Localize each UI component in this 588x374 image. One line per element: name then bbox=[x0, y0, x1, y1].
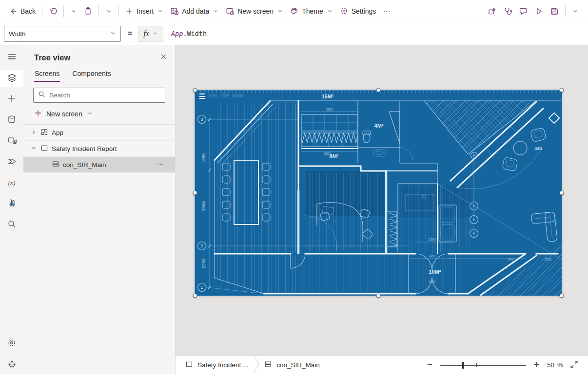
tree-item-label: Safety Incident Report bbox=[52, 145, 117, 152]
fx-dropdown[interactable]: fx bbox=[138, 26, 163, 42]
app-checker-button[interactable] bbox=[500, 4, 515, 19]
rail-virtual-agent-button[interactable] bbox=[0, 356, 23, 373]
chevron-down-icon bbox=[105, 8, 112, 15]
tab-screens[interactable]: Screens bbox=[34, 67, 60, 82]
tree-item-label: App bbox=[52, 129, 63, 136]
small-dim: 1500 bbox=[545, 258, 552, 261]
blueprint-floor-plan[interactable]: 15M² 4M² 8M² 10M² 44h 3 2 1 1550 3900 22… bbox=[195, 90, 562, 296]
rail-insert-button[interactable] bbox=[0, 91, 23, 108]
selected-image-control[interactable]: 15M² 4M² 8M² 10M² 44h 3 2 1 1550 3900 22… bbox=[195, 90, 562, 296]
tree-item-app[interactable]: App bbox=[23, 125, 175, 141]
tree-item-container[interactable]: con_SIR_Main bbox=[23, 157, 175, 173]
breadcrumb-screen[interactable]: Safety Incident ... bbox=[180, 360, 253, 370]
resize-handle-w[interactable] bbox=[193, 191, 197, 195]
resize-handle-n[interactable] bbox=[376, 88, 381, 93]
zoom-slider[interactable] bbox=[440, 361, 526, 369]
more-ellipsis-icon bbox=[383, 7, 391, 15]
undo-button[interactable] bbox=[45, 4, 60, 18]
tree-search-box[interactable] bbox=[33, 88, 165, 103]
rail-power-automate-button[interactable] bbox=[0, 154, 23, 170]
plus-icon bbox=[125, 7, 133, 15]
back-button[interactable]: Back bbox=[6, 4, 39, 18]
share-icon bbox=[488, 7, 496, 16]
rail-tree-view-button[interactable] bbox=[0, 70, 23, 87]
play-icon bbox=[534, 7, 543, 16]
resize-handle-se[interactable] bbox=[560, 294, 564, 298]
formula-input[interactable]: App.Width bbox=[171, 30, 207, 37]
blueprint-title-overlay: con_SIR_Main bbox=[209, 93, 244, 98]
paste-button[interactable] bbox=[80, 4, 96, 18]
tab-components[interactable]: Components bbox=[72, 67, 111, 82]
stethoscope-icon bbox=[503, 7, 512, 16]
zoom-out-button[interactable] bbox=[426, 361, 433, 370]
search-icon bbox=[38, 91, 45, 100]
rail-search-button[interactable] bbox=[0, 217, 23, 233]
chevron-down-icon bbox=[110, 30, 116, 37]
property-dropdown[interactable]: Width bbox=[4, 26, 121, 42]
app-icon bbox=[40, 128, 48, 137]
rail-menu-button[interactable] bbox=[0, 49, 23, 66]
save-options-chevron[interactable] bbox=[568, 5, 582, 18]
zoom-slider-handle[interactable] bbox=[462, 362, 464, 369]
tree-item-screen[interactable]: Safety Incident Report bbox=[23, 141, 175, 157]
layers-icon bbox=[7, 73, 17, 84]
rail-media-button[interactable] bbox=[0, 133, 23, 150]
theme-label: Theme bbox=[302, 7, 323, 15]
chevron-right-icon[interactable] bbox=[30, 129, 37, 137]
more-commands-button[interactable] bbox=[379, 4, 394, 18]
container-icon bbox=[52, 160, 59, 169]
chevron-down-icon bbox=[70, 8, 77, 15]
paste-menu-chevron[interactable] bbox=[102, 5, 116, 18]
comment-icon bbox=[519, 7, 528, 16]
robot-icon bbox=[7, 359, 17, 371]
divider bbox=[98, 5, 99, 17]
chevron-down-icon bbox=[327, 8, 333, 14]
settings-button[interactable]: Settings bbox=[336, 4, 380, 18]
resize-handle-ne[interactable] bbox=[560, 88, 564, 93]
preview-button[interactable] bbox=[531, 4, 547, 19]
chevron-down-icon[interactable] bbox=[30, 145, 37, 153]
resize-handle-sw[interactable] bbox=[193, 294, 197, 298]
undo-icon bbox=[49, 7, 57, 15]
tree-list: App Safety Incident Report con_SIR_Main bbox=[23, 124, 175, 173]
new-screen-button[interactable]: New screen bbox=[222, 4, 287, 18]
divider bbox=[63, 5, 64, 17]
equals-sign: = bbox=[128, 29, 132, 38]
status-bar: Safety Incident ... con_SIR_Main bbox=[176, 355, 588, 374]
command-bar-right bbox=[478, 4, 582, 19]
save-button[interactable] bbox=[547, 4, 562, 19]
rail-settings-button[interactable] bbox=[0, 336, 23, 352]
insert-button[interactable]: Insert bbox=[122, 4, 167, 18]
resize-handle-e[interactable] bbox=[560, 191, 564, 195]
zoom-slider-track[interactable] bbox=[440, 365, 526, 366]
resize-handle-s[interactable] bbox=[376, 294, 381, 298]
fit-to-window-button[interactable] bbox=[570, 360, 578, 370]
database-icon bbox=[7, 115, 16, 126]
undo-menu-chevron[interactable] bbox=[67, 5, 80, 18]
blueprint-hamburger-icon bbox=[199, 94, 205, 100]
breadcrumb-container[interactable]: con_SIR_Main bbox=[259, 360, 325, 370]
room-label: 10M² bbox=[429, 269, 441, 275]
formula-bar: Width = fx App.Width bbox=[0, 22, 588, 45]
resize-handle-nw[interactable] bbox=[193, 88, 197, 93]
comments-button[interactable] bbox=[515, 4, 531, 19]
item-more-button[interactable] bbox=[157, 160, 164, 169]
zoom-in-button[interactable] bbox=[533, 361, 540, 370]
screen-icon bbox=[40, 144, 48, 153]
close-icon[interactable] bbox=[160, 53, 167, 62]
search-input[interactable] bbox=[49, 92, 160, 99]
new-screen-button-panel[interactable]: New screen bbox=[23, 103, 175, 124]
small-dim: 3500 bbox=[324, 152, 332, 155]
plus-icon bbox=[34, 109, 42, 118]
canvas-area[interactable]: 15M² 4M² 8M² 10M² 44h 3 2 1 1550 3900 22… bbox=[176, 45, 588, 374]
theme-button[interactable]: Theme bbox=[287, 4, 336, 18]
rail-advanced-tools-button[interactable] bbox=[0, 196, 23, 212]
tree-view-panel: Tree view Screens Components New scree bbox=[23, 45, 176, 374]
rail-data-button[interactable] bbox=[0, 112, 23, 129]
add-data-icon bbox=[170, 7, 178, 15]
plus-icon bbox=[7, 94, 16, 105]
rail-variables-button[interactable]: (x) bbox=[0, 175, 23, 191]
share-button[interactable] bbox=[484, 4, 500, 19]
divider bbox=[565, 5, 566, 17]
add-data-button[interactable]: Add data bbox=[167, 4, 222, 18]
